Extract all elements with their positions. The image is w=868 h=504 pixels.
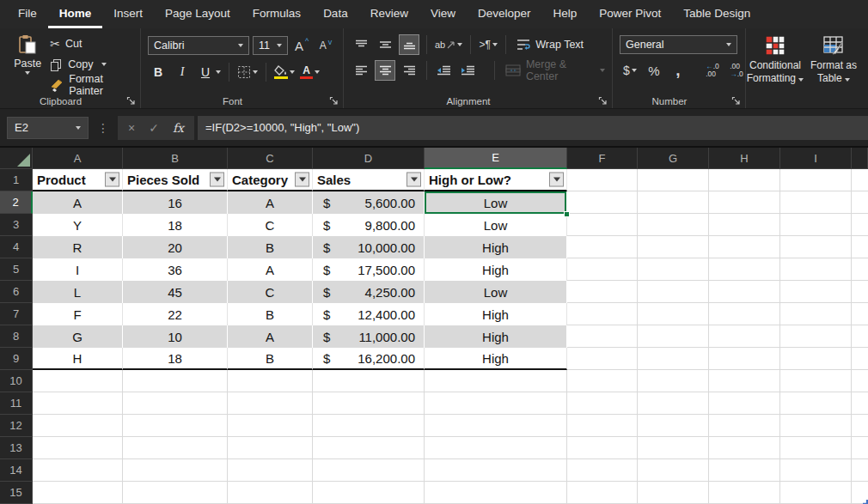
row-header-8[interactable]: 8: [0, 325, 33, 348]
cell-D1[interactable]: Sales: [313, 169, 425, 191]
cut-button[interactable]: ✂ Cut: [50, 33, 137, 54]
cell-B8[interactable]: 10: [123, 325, 228, 348]
middle-align-button[interactable]: [375, 34, 395, 55]
cell-A1[interactable]: Product: [33, 169, 123, 191]
cell-overflow-3[interactable]: [852, 214, 868, 236]
cell-E6[interactable]: Low: [425, 281, 567, 303]
row-header-14[interactable]: 14: [0, 459, 33, 482]
cell-A2[interactable]: A: [33, 191, 123, 214]
cell-H3[interactable]: [709, 214, 780, 236]
font-name-combobox[interactable]: Calibri: [148, 36, 249, 55]
cell-A12[interactable]: [33, 415, 123, 437]
cell-G15[interactable]: [638, 482, 709, 504]
cell-F9[interactable]: [567, 348, 638, 370]
cell-I10[interactable]: [780, 370, 852, 392]
cell-E13[interactable]: [425, 437, 567, 459]
cell-E7[interactable]: High: [425, 303, 567, 325]
underline-button[interactable]: U: [196, 62, 222, 82]
enter-icon[interactable]: ✓: [149, 121, 159, 135]
cell-A13[interactable]: [33, 437, 123, 459]
cell-I15[interactable]: [780, 482, 852, 504]
row-header-1[interactable]: 1: [0, 169, 33, 191]
increase-font-size-button[interactable]: A^: [291, 35, 312, 56]
cell-H5[interactable]: [709, 258, 780, 281]
cell-E2[interactable]: Low: [425, 191, 567, 214]
column-header-B[interactable]: B: [123, 148, 228, 169]
row-header-15[interactable]: 15: [0, 482, 33, 504]
cell-F10[interactable]: [567, 370, 638, 392]
cell-A11[interactable]: [33, 392, 123, 415]
cell-G14[interactable]: [638, 459, 709, 482]
column-header-H[interactable]: H: [709, 148, 780, 169]
cell-B12[interactable]: [123, 415, 228, 437]
font-dialog-launcher-icon[interactable]: [329, 96, 339, 106]
row-header-7[interactable]: 7: [0, 303, 33, 325]
cell-G12[interactable]: [638, 415, 709, 437]
cell-D8[interactable]: $11,000.00: [313, 325, 425, 348]
cell-B11[interactable]: [123, 392, 228, 415]
filter-button-E[interactable]: [549, 173, 564, 187]
comma-style-button[interactable]: ,: [668, 60, 688, 81]
cell-I3[interactable]: [780, 214, 852, 236]
cell-I13[interactable]: [780, 437, 852, 459]
tab-page-layout[interactable]: Page Layout: [154, 0, 241, 28]
cell-overflow-10[interactable]: [852, 370, 868, 392]
alignment-dialog-launcher-icon[interactable]: [598, 96, 608, 106]
cell-E8[interactable]: High: [425, 325, 567, 348]
cell-A8[interactable]: G: [33, 325, 123, 348]
font-size-combobox[interactable]: 11: [253, 36, 288, 55]
cell-D2[interactable]: $5,600.00: [313, 191, 425, 214]
cell-E4[interactable]: High: [425, 236, 567, 258]
cell-overflow-5[interactable]: [852, 258, 868, 281]
column-header-I[interactable]: I: [780, 148, 852, 169]
tab-home[interactable]: Home: [48, 0, 103, 28]
align-right-button[interactable]: [399, 60, 419, 81]
cancel-icon[interactable]: ×: [128, 121, 135, 135]
fill-handle[interactable]: [564, 211, 570, 217]
cell-overflow-12[interactable]: [852, 415, 868, 437]
cell-F12[interactable]: [567, 415, 638, 437]
tab-table-design[interactable]: Table Design: [672, 0, 761, 28]
cell-G4[interactable]: [638, 236, 709, 258]
cell-overflow-2[interactable]: [852, 191, 868, 214]
center-button[interactable]: [375, 60, 395, 81]
cell-G6[interactable]: [638, 281, 709, 303]
cell-D4[interactable]: $10,000.00: [313, 236, 425, 258]
font-color-button[interactable]: A: [299, 62, 321, 82]
cell-C3[interactable]: C: [228, 214, 313, 236]
cell-D5[interactable]: $17,500.00: [313, 258, 425, 281]
cell-G1[interactable]: [638, 169, 709, 191]
filter-button-D[interactable]: [406, 173, 421, 187]
decrease-decimal-button[interactable]: .00→.0: [726, 60, 747, 81]
cell-G3[interactable]: [638, 214, 709, 236]
cell-overflow-13[interactable]: [852, 437, 868, 459]
cell-B15[interactable]: [123, 482, 228, 504]
cell-F6[interactable]: [567, 281, 638, 303]
cell-A7[interactable]: F: [33, 303, 123, 325]
cell-D12[interactable]: [313, 415, 425, 437]
cell-E9[interactable]: High: [425, 348, 567, 370]
cell-F1[interactable]: [567, 169, 638, 191]
cell-overflow-6[interactable]: [852, 281, 868, 303]
cell-F4[interactable]: [567, 236, 638, 258]
orientation-button[interactable]: ab: [434, 34, 463, 55]
cell-D10[interactable]: [313, 370, 425, 392]
cell-H9[interactable]: [709, 348, 780, 370]
row-header-2[interactable]: 2: [0, 191, 33, 214]
bold-button[interactable]: B: [148, 62, 168, 82]
borders-button[interactable]: [236, 62, 259, 82]
cell-C1[interactable]: Category: [228, 169, 313, 191]
cell-G13[interactable]: [638, 437, 709, 459]
cell-E1[interactable]: High or Low?: [425, 169, 567, 191]
cell-D7[interactable]: $12,400.00: [313, 303, 425, 325]
cell-C7[interactable]: B: [228, 303, 313, 325]
row-header-9[interactable]: 9: [0, 348, 33, 370]
cell-F5[interactable]: [567, 258, 638, 281]
column-header-F[interactable]: F: [567, 148, 638, 169]
cell-overflow-14[interactable]: [852, 459, 868, 482]
cell-B14[interactable]: [123, 459, 228, 482]
column-header-C[interactable]: C: [228, 148, 313, 169]
cell-G7[interactable]: [638, 303, 709, 325]
tab-insert[interactable]: Insert: [102, 0, 154, 28]
cell-I2[interactable]: [780, 191, 852, 214]
